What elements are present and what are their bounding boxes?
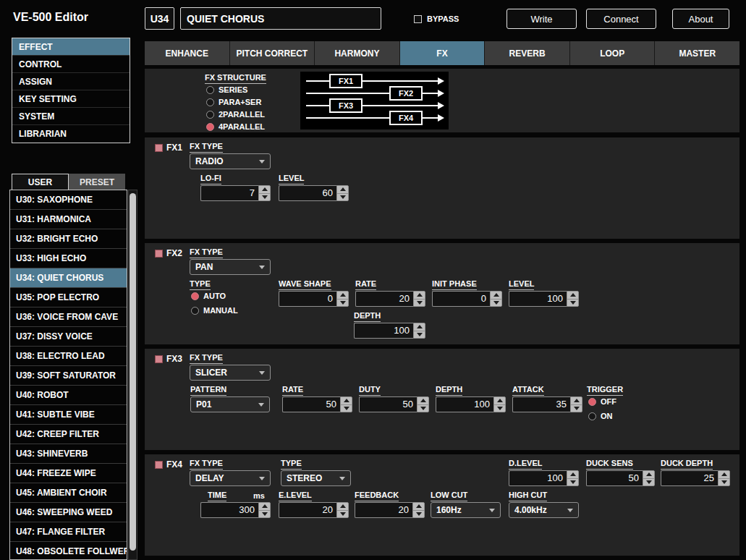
spinner-down-button[interactable] [414,300,425,307]
fx2-auto-radio[interactable]: AUTO [191,292,226,300]
scrollbar-thumb[interactable] [130,193,136,551]
structure-para-ser-radio[interactable]: PARA+SER [206,98,261,106]
spinner-up-button[interactable] [413,503,424,511]
patch-list-item[interactable]: U36: VOICE FROM CAVE [10,307,127,327]
patch-list-item[interactable]: U38: ELECTRO LEAD [10,347,127,366]
menu-item-control[interactable]: CONTROL [12,56,130,73]
spinner-arrows[interactable] [567,470,579,486]
fx2-type-select[interactable]: PAN [190,259,271,275]
fx2-rate-spinner[interactable]: 20 [355,291,425,307]
write-button[interactable]: Write [506,9,577,29]
spinner-arrows[interactable] [258,185,271,201]
patch-list-item[interactable]: U39: SOFT SATURATOR [10,366,127,386]
fx2-level-spinner[interactable]: 100 [509,291,579,307]
fx2-init-phase-spinner[interactable]: 0 [432,291,502,307]
patch-list-item[interactable]: U47: FLANGE FILTER [10,522,127,542]
spinner-arrows[interactable] [413,323,425,339]
bypass-checkbox[interactable] [414,15,422,23]
fx2-wave-shape-spinner[interactable]: 0 [279,291,349,307]
spinner-up-button[interactable] [567,292,578,300]
spinner-up-button[interactable] [571,397,582,405]
patch-list-item[interactable]: U31: HARMONICA [10,210,127,229]
spinner-up-button[interactable] [337,292,348,300]
patch-list-item[interactable]: U48: OBSOLETE FOLLWER [10,542,127,560]
spinner-down-button[interactable] [571,405,582,412]
spinner-up-button[interactable] [337,186,348,194]
fx4-duck-depth-spinner[interactable]: 25 [661,470,730,486]
spinner-down-button[interactable] [259,194,270,201]
fx1-type-select[interactable]: RADIO [190,153,271,169]
spinner-down-button[interactable] [417,405,428,412]
tab-enhance[interactable]: ENHANCE [145,41,230,65]
spinner-up-button[interactable] [414,292,425,300]
menu-item-effect[interactable]: EFFECT [12,38,130,56]
fx1-level-spinner[interactable]: 60 [279,185,349,201]
fx3-duty-spinner[interactable]: 50 [359,396,429,412]
fx3-type-select[interactable]: SLICER [190,365,271,381]
menu-item-assign[interactable]: ASSIGN [12,73,130,90]
tab-user[interactable]: USER [12,174,69,190]
fx3-rate-spinner[interactable]: 50 [282,396,352,412]
fx3-depth-spinner[interactable]: 100 [436,396,506,412]
spinner-up-button[interactable] [337,503,348,511]
fx3-pattern-select[interactable]: P01 [190,396,270,412]
fx4-elevel-spinner[interactable]: 20 [279,502,349,518]
spinner-down-button[interactable] [414,331,425,339]
spinner-up-button[interactable] [417,397,428,405]
spinner-arrows[interactable] [417,396,429,412]
spinner-arrows[interactable] [413,291,425,307]
spinner-down-button[interactable] [719,479,729,486]
spinner-up-button[interactable] [259,503,270,511]
patch-list-item[interactable]: U30: SAXOPHONE [10,190,127,210]
spinner-arrows[interactable] [336,185,349,201]
tab-reverb[interactable]: REVERB [485,41,570,65]
tab-fx[interactable]: FX [400,41,486,65]
fx3-trigger-off-radio[interactable]: OFF [588,397,616,406]
patch-list-item-selected[interactable]: U34: QUIET CHORUS [10,268,127,288]
patch-list-item[interactable]: U43: SHINEVERB [10,444,127,464]
patch-list-item[interactable]: U37: DISSY VOICE [10,327,127,347]
patch-list-scrollbar[interactable] [128,190,137,560]
menu-item-system[interactable]: SYSTEM [12,108,130,125]
spinner-arrows[interactable] [570,396,582,412]
structure-4parallel-radio[interactable]: 4PARALLEL [206,122,265,131]
fx4-low-cut-select[interactable]: 160Hz [431,502,501,518]
tab-loop[interactable]: LOOP [570,41,656,65]
spinner-up-button[interactable] [643,471,654,479]
spinner-down-button[interactable] [337,300,348,307]
patch-list-item[interactable]: U33: HIGH ECHO [10,249,127,268]
fx4-enable-checkbox[interactable] [155,461,163,469]
fx4-duck-sens-spinner[interactable]: 50 [586,470,655,486]
patch-list-item[interactable]: U45: AMBIENT CHOIR [10,483,127,503]
patch-list-item[interactable]: U42: CREEP FILTER [10,425,127,444]
spinner-up-button[interactable] [341,397,352,405]
spinner-down-button[interactable] [494,405,505,412]
fx2-enable-checkbox[interactable] [155,250,163,258]
patch-list-item[interactable]: U44: FREEZE WIPE [10,464,127,483]
fx1-enable-checkbox[interactable] [155,144,163,152]
spinner-arrows[interactable] [718,470,730,486]
fx3-enable-checkbox[interactable] [155,355,163,363]
fx2-depth-spinner[interactable]: 100 [354,323,425,339]
fx4-feedback-spinner[interactable]: 20 [355,502,425,518]
spinner-arrows[interactable] [340,396,352,412]
fx4-high-cut-select[interactable]: 4.00kHz [509,502,579,518]
fx4-type-select[interactable]: DELAY [190,470,271,486]
patch-name-input[interactable] [180,7,381,30]
spinner-up-button[interactable] [567,471,578,479]
spinner-arrows[interactable] [493,396,506,412]
spinner-up-button[interactable] [719,471,729,479]
spinner-down-button[interactable] [643,479,654,486]
spinner-up-button[interactable] [494,397,505,405]
tab-master[interactable]: MASTER [655,41,739,65]
bypass-control[interactable]: BYPASS [414,14,459,23]
fx4-time-spinner[interactable]: 300 [200,502,271,518]
tab-preset[interactable]: PRESET [69,174,125,190]
spinner-arrows[interactable] [258,502,271,518]
spinner-arrows[interactable] [336,291,349,307]
patch-list-item[interactable]: U46: SWEEPING WEED [10,503,127,522]
spinner-down-button[interactable] [567,479,578,486]
structure-series-radio[interactable]: SERIES [206,85,247,94]
spinner-down-button[interactable] [259,511,270,518]
patch-list-item[interactable]: U40: ROBOT [10,386,127,405]
